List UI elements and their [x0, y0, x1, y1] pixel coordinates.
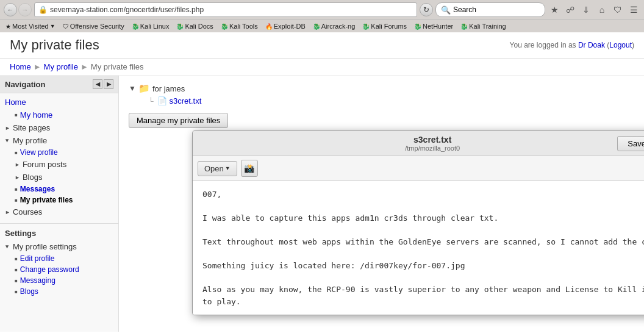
sidebar-item-messaging[interactable]: ■ Messaging: [10, 275, 118, 286]
file-folder: ▼ 📁 for james: [129, 83, 634, 94]
file-dialog: s3cret.txt /tmp/mozilla_root0 Save ☰ − □…: [192, 130, 644, 315]
sidebar-item-messages[interactable]: ■ Messages: [10, 184, 118, 195]
sidebar-header-icons: ◀ ▶: [93, 79, 113, 89]
login-info: You are logged in as Dr Doak (Logout): [510, 41, 634, 49]
arrow-down-icon: ►: [4, 138, 10, 143]
file-link[interactable]: s3cret.txt: [170, 96, 202, 105]
open-button[interactable]: Open ▼: [198, 161, 237, 176]
bookmark-kali-tools[interactable]: 🐉 Kali Tools: [218, 21, 261, 31]
sidebar-item-blogs[interactable]: ► Blogs: [10, 171, 118, 184]
bullet-icon: ■: [15, 150, 18, 155]
forward-button[interactable]: →: [18, 3, 32, 16]
bookmark-icon[interactable]: ☍: [564, 3, 577, 16]
bookmark-aircrack-ng[interactable]: 🐉 Aircrack-ng: [310, 21, 359, 31]
sidebar-privatefiles-link[interactable]: My private files: [20, 196, 73, 204]
home-icon[interactable]: ⌂: [595, 3, 609, 16]
exploit-db-icon: 🔥: [265, 23, 273, 30]
logout-link[interactable]: Logout: [609, 41, 632, 49]
kali-training-icon: 🐉: [460, 23, 468, 30]
url-text: severnaya-station.com/gnocertdir/user/fi…: [50, 5, 204, 14]
tree-line: └: [148, 97, 155, 105]
search-bar[interactable]: 🔍: [435, 2, 545, 17]
sidebar-item-courses[interactable]: ► Courses: [0, 206, 118, 218]
sidebar-item-myprofile[interactable]: ► My profile: [0, 134, 118, 147]
sidebar-home-link[interactable]: Home: [5, 98, 26, 107]
folder-icon: 📁: [138, 83, 150, 94]
breadcrumb: Home ► My profile ► My private files: [0, 59, 644, 76]
camera-button[interactable]: 📸: [241, 160, 258, 177]
dialog-filename: s3cret.txt: [248, 135, 617, 145]
bookmark-label: Kali Tools: [229, 23, 258, 30]
breadcrumb-home[interactable]: Home: [10, 62, 31, 71]
breadcrumb-sep-1: ►: [34, 62, 41, 71]
refresh-button[interactable]: ↻: [420, 3, 433, 16]
dropdown-arrow-icon: ▼: [225, 165, 231, 171]
sidebar-collapse-btn[interactable]: ◀: [93, 79, 102, 89]
kali-linux-icon: 🐉: [132, 23, 139, 30]
bookmark-label: Aircrack-ng: [321, 23, 356, 30]
save-button[interactable]: Save: [617, 136, 644, 151]
sidebar-item-profilesettings[interactable]: ► My profile settings: [0, 240, 118, 253]
sidebar-viewprofile-link[interactable]: View profile: [20, 148, 58, 157]
browser-toolbar: ← → 🔒 severnaya-station.com/gnocertdir/u…: [0, 0, 644, 20]
navigation-label: Navigation: [5, 80, 45, 89]
sidebar-item-myhome[interactable]: ■ My home: [0, 109, 118, 121]
star-icon[interactable]: ★: [548, 3, 561, 16]
chevron-icon: ▼: [50, 23, 55, 29]
sidebar-myhome-link[interactable]: My home: [20, 110, 52, 120]
dialog-content[interactable]: 007, I was able to capture this apps adm…: [193, 181, 644, 315]
search-input[interactable]: [453, 5, 540, 14]
manage-files-button[interactable]: Manage my private files: [129, 113, 228, 128]
kali-docs-icon: 🐉: [176, 23, 184, 30]
sidebar-forumposts-label: Forum posts: [23, 160, 66, 169]
arrow-down-icon: ►: [4, 244, 10, 249]
sidebar-item-viewprofile[interactable]: ■ View profile: [10, 147, 118, 158]
sidebar-messages-link[interactable]: Messages: [20, 185, 55, 193]
bookmark-exploit-db[interactable]: 🔥 Exploit-DB: [262, 21, 309, 31]
bookmark-kali-forums[interactable]: 🐉 Kali Forums: [359, 21, 410, 31]
login-text: You are logged in as: [510, 41, 576, 49]
arrow-icon: ►: [5, 209, 10, 215]
sidebar-header: Navigation ◀ ▶: [0, 76, 118, 93]
bullet-icon: ■: [15, 187, 18, 192]
sidebar-item-privatefiles[interactable]: ■ My private files: [10, 195, 118, 206]
bookmark-kali-linux[interactable]: 🐉 Kali Linux: [129, 21, 173, 31]
dialog-controls: Save ☰ − □ ✕: [617, 135, 644, 152]
username-link[interactable]: Dr Doak: [578, 41, 605, 49]
kali-forums-icon: 🐉: [362, 23, 370, 30]
sidebar-editprofile-link[interactable]: Edit profile: [20, 254, 55, 263]
content-area: ▼ 📁 for james └ 📄 s3cret.txt Manage my p…: [119, 76, 644, 332]
sidebar-item-home[interactable]: Home: [0, 96, 118, 109]
address-bar: 🔒 severnaya-station.com/gnocertdir/user/…: [34, 2, 417, 17]
file-icon: 📄: [157, 96, 167, 105]
sidebar-changepassword-link[interactable]: Change password: [20, 265, 79, 274]
dialog-header: s3cret.txt /tmp/mozilla_root0 Save ☰ − □…: [193, 131, 644, 156]
sidebar-messaging-link[interactable]: Messaging: [20, 276, 55, 285]
page: My private files You are logged in as Dr…: [0, 32, 644, 332]
file-tree: ▼ 📁 for james └ 📄 s3cret.txt Manage my p…: [129, 83, 634, 128]
sidebar-blogs-settings-link[interactable]: Blogs: [20, 287, 38, 296]
bookmark-offensive-security[interactable]: 🛡 Offensive Security: [60, 21, 127, 31]
breadcrumb-profile[interactable]: My profile: [44, 62, 78, 71]
bookmark-kali-training[interactable]: 🐉 Kali Training: [457, 21, 509, 31]
sidebar-item-editprofile[interactable]: ■ Edit profile: [10, 253, 118, 264]
offensive-security-icon: 🛡: [63, 23, 69, 30]
bookmark-nethunter[interactable]: 🐉 NetHunter: [411, 21, 456, 31]
shield-icon[interactable]: 🛡: [611, 3, 624, 16]
sidebar-item-changepassword[interactable]: ■ Change password: [10, 264, 118, 275]
sidebar-item-sitepages[interactable]: ► Site pages: [0, 121, 118, 134]
download-icon[interactable]: ⇓: [579, 3, 593, 16]
bookmark-kali-docs[interactable]: 🐉 Kali Docs: [173, 21, 216, 31]
sidebar-item-forumposts[interactable]: ► Forum posts: [10, 158, 118, 171]
bookmark-most-visited[interactable]: ★ Most Visited ▼: [2, 21, 59, 31]
back-button[interactable]: ←: [4, 3, 17, 16]
sidebar-nav: Home ■ My home ► Site pages ► My profile…: [0, 93, 118, 221]
settings-subitems: ■ Edit profile ■ Change password ■ Messa…: [0, 253, 118, 297]
page-header: My private files You are logged in as Dr…: [0, 32, 644, 59]
bookmark-label: Kali Forums: [371, 23, 407, 30]
menu-icon[interactable]: ☰: [627, 3, 640, 16]
dialog-path: /tmp/mozilla_root0: [248, 145, 617, 152]
sidebar-expand-btn[interactable]: ▶: [104, 79, 113, 89]
sidebar-item-blogs-settings[interactable]: ■ Blogs: [10, 286, 118, 297]
kali-tools-icon: 🐉: [221, 23, 228, 30]
